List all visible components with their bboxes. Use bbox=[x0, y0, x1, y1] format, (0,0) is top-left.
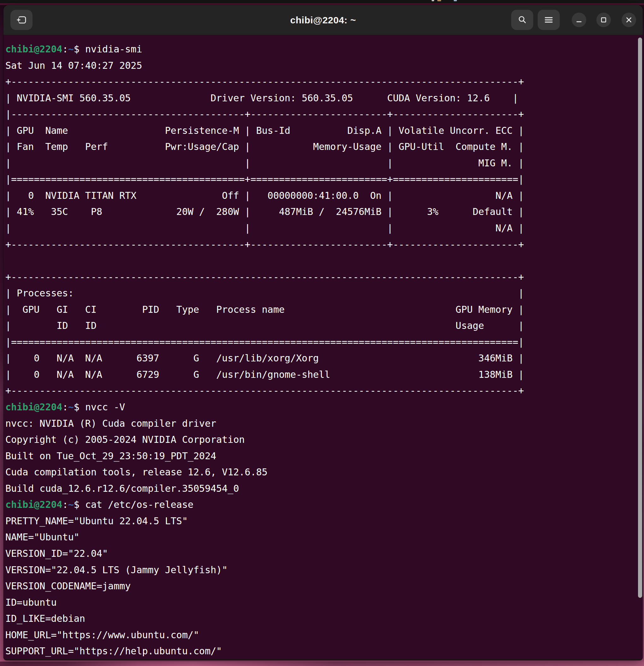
output-line: VERSION_ID="22.04" bbox=[5, 545, 524, 562]
output-line: VERSION_CODENAME=jammy bbox=[5, 578, 524, 594]
output-line bbox=[5, 252, 524, 269]
output-line: nvcc: NVIDIA (R) Cuda compiler driver bbox=[5, 415, 524, 432]
close-button[interactable] bbox=[622, 13, 636, 27]
close-icon bbox=[626, 17, 632, 23]
top-bar-icon-fragment bbox=[437, 0, 441, 1]
output-line: ID_LIKE=debian bbox=[5, 611, 524, 627]
output-line: | NVIDIA-SMI 560.35.05 Driver Version: 5… bbox=[5, 90, 524, 106]
output-line: Cuda compilation tools, release 12.6, V1… bbox=[5, 464, 524, 480]
output-line: +---------------------------------------… bbox=[5, 73, 524, 90]
output-line: | | | MIG M. | bbox=[5, 155, 524, 171]
output-line: Built on Tue_Oct_29_23:50:19_PDT_2024 bbox=[5, 448, 524, 464]
output-line: HOME_URL="https://www.ubuntu.com/" bbox=[5, 627, 524, 643]
new-tab-button[interactable] bbox=[11, 10, 33, 30]
output-line: | GPU Name Persistence-M | Bus-Id Disp.A… bbox=[5, 122, 524, 139]
output-line: | 0 N/A N/A 6397 G /usr/lib/xorg/Xorg 34… bbox=[5, 350, 524, 366]
output-line: | ID ID Usage | bbox=[5, 317, 524, 334]
output-line: | Processes: | bbox=[5, 285, 524, 301]
top-bar-icon-fragment bbox=[432, 0, 434, 1]
titlebar[interactable]: chibi@2204: ~ bbox=[3, 5, 643, 35]
output-line: | 0 NVIDIA TITAN RTX Off | 00000000:41:0… bbox=[5, 188, 524, 204]
menu-button[interactable] bbox=[538, 10, 560, 30]
terminal-scrollbar[interactable] bbox=[638, 38, 642, 598]
prompt-line: chibi@2204:~$ nvidia-smi bbox=[5, 41, 524, 57]
terminal-window: chibi@2204: ~ bbox=[3, 5, 643, 660]
output-line: | Fan Temp Perf Pwr:Usage/Cap | Memory-U… bbox=[5, 139, 524, 155]
output-line: PRETTY_NAME="Ubuntu 22.04.5 LTS" bbox=[5, 513, 524, 529]
output-line: | 41% 35C P8 20W / 280W | 487MiB / 24576… bbox=[5, 204, 524, 220]
output-line: VERSION="22.04.5 LTS (Jammy Jellyfish)" bbox=[5, 562, 524, 578]
maximize-button[interactable] bbox=[596, 13, 611, 27]
output-line: Build cuda_12.6.r12.6/compiler.35059454_… bbox=[5, 480, 524, 497]
output-line: NAME="Ubuntu" bbox=[5, 529, 524, 545]
search-button[interactable] bbox=[511, 10, 533, 30]
output-line: SUPPORT_URL="https://help.ubuntu.com/" bbox=[5, 643, 524, 659]
minimize-button[interactable] bbox=[572, 13, 586, 27]
menu-icon bbox=[544, 15, 553, 24]
output-line: Sat Jun 14 07:40:27 2025 bbox=[5, 57, 524, 74]
output-line: |=======================================… bbox=[5, 171, 524, 188]
search-icon bbox=[517, 15, 527, 24]
output-line: |---------------------------------------… bbox=[5, 106, 524, 122]
output-line: +---------------------------------------… bbox=[5, 236, 524, 253]
output-line: +---------------------------------------… bbox=[5, 383, 524, 399]
top-bar-icon-fragment bbox=[454, 0, 457, 1]
output-line: | 0 N/A N/A 6729 G /usr/bin/gnome-shell … bbox=[5, 366, 524, 383]
desktop-top-bar bbox=[0, 0, 644, 3]
desktop-wallpaper-bottom bbox=[0, 662, 644, 666]
output-line: +---------------------------------------… bbox=[5, 269, 524, 285]
output-line: | | | N/A | bbox=[5, 220, 524, 236]
tab-new-icon bbox=[16, 15, 27, 24]
prompt-line: chibi@2204:~$ nvcc -V bbox=[5, 399, 524, 415]
output-line: ID=ubuntu bbox=[5, 594, 524, 611]
output-line: | GPU GI CI PID Type Process name GPU Me… bbox=[5, 301, 524, 318]
prompt-line: chibi@2204:~$ cat /etc/os-release bbox=[5, 496, 524, 513]
output-line: |=======================================… bbox=[5, 334, 524, 350]
output-line: Copyright (c) 2005-2024 NVIDIA Corporati… bbox=[5, 432, 524, 448]
maximize-icon bbox=[601, 17, 606, 23]
terminal-screen[interactable]: chibi@2204:~$ nvidia-smiSat Jun 14 07:40… bbox=[3, 35, 643, 659]
minimize-icon bbox=[576, 21, 582, 23]
terminal-lines: chibi@2204:~$ nvidia-smiSat Jun 14 07:40… bbox=[5, 41, 524, 659]
